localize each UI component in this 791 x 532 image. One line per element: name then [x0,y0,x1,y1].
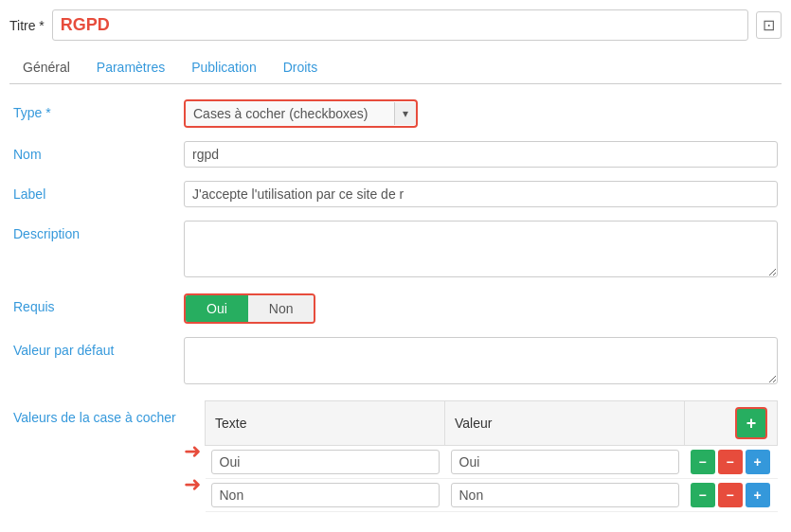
row-1-green-minus[interactable]: − [691,450,715,474]
nom-control [184,141,778,168]
valeur-defaut-row: Valeur par défaut [13,337,778,387]
nom-input[interactable] [184,141,778,168]
texte-input-2[interactable] [211,483,440,507]
valeur-cell-1 [445,446,685,479]
type-control: Cases à cocher (checkboxes) ▾ [184,99,778,128]
texte-cell-1 [206,446,445,479]
title-row: Titre * ⊡ [9,9,782,41]
description-label: Description [13,221,184,241]
arrow-icon-2: ➜ [184,474,201,495]
table-row: − − + [206,479,778,512]
valeur-defaut-label: Valeur par défaut [13,337,184,358]
requis-label: Requis [13,293,184,314]
valeur-cell-2 [445,479,685,512]
valeurs-label: Valeurs de la case à cocher [13,400,184,425]
type-select-arrow-icon[interactable]: ▾ [394,102,416,125]
valeurs-table: Texte Valeur + [205,400,778,512]
valeurs-table-header: Texte Valeur + [206,401,778,446]
arrows-col: ➜ ➜ [184,400,205,501]
valeur-input-2[interactable] [451,483,679,507]
requis-oui-button[interactable]: Oui [186,295,248,322]
valeur-input-1[interactable] [451,450,679,474]
add-valeur-button[interactable]: + [735,407,767,439]
tab-publication[interactable]: Publication [178,52,270,84]
col-texte: Texte [206,401,445,446]
label-row: Label [13,181,778,207]
title-label: Titre * [9,18,45,33]
row-1-red-minus[interactable]: − [718,450,743,474]
actions-cell-2: − − + [685,479,778,512]
description-input[interactable] [184,221,778,277]
label-input[interactable] [184,181,778,207]
valeurs-outer: ➜ ➜ Texte Valeur [184,400,778,512]
title-icon[interactable]: ⊡ [756,11,782,39]
texte-input-1[interactable] [211,450,440,474]
requis-row: Requis Oui Non [13,293,778,324]
arrow-icon-1: ➜ [184,441,201,462]
row-2-red-minus[interactable]: − [718,483,743,507]
requis-wrapper: Oui Non [184,293,315,324]
type-select[interactable]: Cases à cocher (checkboxes) [186,101,394,126]
row-2-blue-plus[interactable]: + [746,483,770,507]
requis-control: Oui Non [184,293,778,324]
type-row: Type * Cases à cocher (checkboxes) ▾ [13,99,778,128]
tabs-bar: Général Paramètres Publication Droits [9,52,782,84]
label-control [184,181,778,207]
tab-general[interactable]: Général [9,52,83,84]
valeurs-row: Valeurs de la case à cocher ➜ ➜ [13,400,778,512]
row-2-green-minus[interactable]: − [691,483,715,507]
title-input[interactable] [52,9,748,41]
valeur-defaut-control [184,337,778,387]
table-row: − − + [206,446,778,479]
arrow-row-2: ➜ [184,468,205,501]
tab-parametres[interactable]: Paramètres [83,52,178,84]
form-section: Type * Cases à cocher (checkboxes) ▾ Nom… [9,99,782,512]
row-1-actions: − − + [691,450,772,474]
type-label: Type * [13,99,184,120]
requis-non-button[interactable]: Non [248,295,315,322]
label-label: Label [13,181,184,202]
type-select-wrapper: Cases à cocher (checkboxes) ▾ [184,99,418,128]
valeurs-table-container: Texte Valeur + [205,400,778,512]
row-1-blue-plus[interactable]: + [746,450,770,474]
valeur-defaut-input[interactable] [184,337,778,384]
nom-row: Nom [13,141,778,168]
description-control [184,221,778,280]
arrow-row-1: ➜ [184,434,205,468]
col-valeur: Valeur [445,401,685,446]
actions-cell-1: − − + [685,446,778,479]
tab-droits[interactable]: Droits [270,52,332,84]
texte-cell-2 [206,479,445,512]
row-2-actions: − − + [691,483,772,507]
description-row: Description [13,221,778,280]
nom-label: Nom [13,141,184,162]
